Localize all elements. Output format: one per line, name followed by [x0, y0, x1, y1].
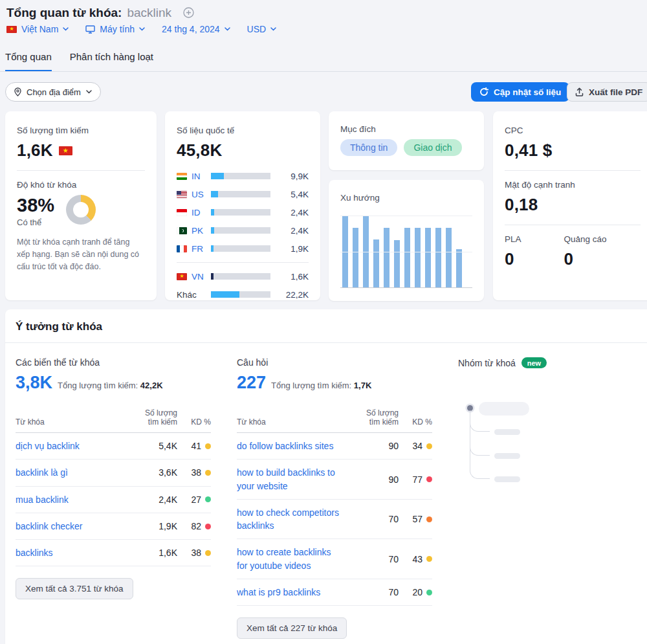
kd-cell: 27 — [177, 494, 211, 505]
keyword-link[interactable]: mua backlink — [16, 493, 145, 506]
density-value: 0,18 — [505, 195, 641, 215]
kd-dot — [205, 496, 211, 502]
keyword-link[interactable]: do follow backlinks sites — [237, 439, 345, 452]
kd-cell: 57 — [399, 514, 432, 524]
questions-title: Câu hỏi — [237, 357, 432, 368]
country-row: US 5,4K — [177, 185, 309, 203]
table-row: what is pr9 backlinks 70 20 — [237, 579, 432, 606]
kd-dot — [205, 524, 211, 529]
density-title: Mật độ cạnh tranh — [505, 180, 641, 190]
country-code-link[interactable]: ID — [192, 208, 206, 217]
indonesia-flag-icon — [177, 209, 187, 216]
keyword-overview-page: Tổng quan từ khóa: backlink Việt Nam Máy… — [0, 0, 647, 644]
keyword-link[interactable]: how to create backlinks for youtube vide… — [237, 546, 345, 572]
pla-title: PLA — [505, 234, 521, 244]
tab-bulk-analysis[interactable]: Phân tích hàng loạt — [70, 51, 153, 72]
currency-filter[interactable]: USD — [247, 24, 277, 34]
view-all-questions-button[interactable]: Xem tất cả 227 từ khóa — [237, 617, 347, 639]
keyword-ideas-card: Ý tưởng từ khóa Các biến thể từ khóa 3,8… — [5, 309, 647, 644]
country-code-link[interactable]: IN — [192, 172, 206, 181]
choose-location-button[interactable]: Chọn địa điểm — [5, 82, 101, 102]
tab-overview[interactable]: Tổng quan — [5, 51, 52, 72]
country-code-link[interactable]: VN — [192, 272, 206, 282]
keyword-link[interactable]: backlink là gì — [16, 466, 145, 479]
pakistan-flag-icon — [177, 227, 187, 234]
trend-bar — [456, 249, 462, 287]
view-all-variations-button[interactable]: Xem tất cả 3.751 từ khóa — [16, 578, 133, 599]
page-title: Tổng quan từ khóa: backlink — [6, 4, 194, 22]
kd-cell: 82 — [177, 521, 211, 531]
volume-value: 70 — [366, 587, 399, 597]
difficulty-title: Độ khó từ khóa — [17, 180, 145, 190]
chevron-down-icon — [86, 90, 92, 94]
vietnam-flag-icon — [59, 146, 72, 155]
ads-title: Quảng cáo — [564, 234, 607, 244]
kd-cell: 43 — [399, 554, 432, 564]
variations-count: 3,8K — [16, 373, 52, 393]
export-pdf-button[interactable]: Xuất file PDF — [567, 82, 647, 102]
choose-location-label: Chọn địa điểm — [27, 87, 81, 97]
kd-dot — [426, 556, 432, 562]
questions-table-header: Từ khóa Số lượng tìm kiếm KD % — [237, 408, 432, 433]
keyword-link[interactable]: backlink checker — [16, 520, 145, 533]
keyword-link[interactable]: what is pr9 backlinks — [237, 586, 345, 599]
difficulty-description: Một từ khóa cạnh tranh để tăng xếp hạng.… — [17, 236, 145, 272]
questions-count: 227 — [237, 373, 266, 393]
column-header-volume: Số lượng tìm kiếm — [145, 408, 177, 427]
questions-total: Tổng lượng tìm kiếm: 1,7K — [271, 381, 371, 390]
country-filter[interactable]: Việt Nam — [6, 24, 69, 34]
other-label: Khác — [177, 290, 206, 300]
country-code-link[interactable]: FR — [192, 244, 206, 254]
volume-value: 70 — [366, 514, 399, 524]
country-volume: 1,6K — [280, 272, 309, 282]
keyword-groups-title: Nhóm từ khoá — [458, 358, 516, 368]
table-row: how to check competitors backlinks 70 57 — [237, 500, 432, 540]
country-row: IN 9,9K — [177, 167, 309, 185]
add-keyword-icon[interactable] — [183, 7, 194, 18]
keyword-link[interactable]: dịch vụ backlink — [16, 439, 145, 452]
volume-value: 2,4K — [145, 494, 177, 505]
table-row: how to build backlinks to your website 9… — [237, 460, 432, 500]
variations-table-header: Từ khóa Số lượng tìm kiếm KD % — [16, 408, 211, 433]
country-volume: 5,4K — [280, 190, 309, 199]
filter-bar: Việt Nam Máy tính 24 thg 4, 2024 USD — [6, 24, 276, 34]
country-bar — [211, 245, 270, 252]
search-volume-value: 1,6K — [17, 140, 53, 161]
keyword-link[interactable]: how to build backlinks to your website — [237, 466, 345, 493]
column-header-keyword: Từ khóa — [237, 417, 366, 427]
country-bar — [211, 273, 270, 280]
kd-cell: 41 — [177, 441, 211, 451]
table-row: do follow backlinks sites 90 34 — [237, 433, 432, 460]
kd-dot — [426, 590, 432, 595]
trend-bar — [446, 228, 452, 287]
tree-connector — [470, 410, 490, 479]
page-title-keyword: backlink — [127, 4, 178, 22]
monitor-icon — [85, 25, 95, 34]
keyword-link[interactable]: how to check competitors backlinks — [237, 506, 345, 533]
trend-bar — [394, 240, 400, 287]
divider — [17, 170, 145, 171]
country-bar — [211, 291, 270, 298]
divider — [505, 225, 641, 225]
kd-dot — [205, 470, 211, 476]
table-row: backlink là gì 3,6K 38 — [16, 460, 211, 486]
volume-value: 90 — [366, 441, 399, 451]
volume-value: 70 — [366, 554, 399, 564]
kd-dot — [426, 516, 432, 522]
device-filter[interactable]: Máy tính — [85, 24, 145, 34]
cpc-card: CPC 0,41 $ Mật độ cạnh tranh 0,18 PLA 0 … — [493, 111, 647, 300]
column-header-keyword: Từ khóa — [16, 417, 145, 427]
vietnam-flag-icon — [6, 26, 17, 33]
keyword-link[interactable]: backlinks — [16, 546, 145, 559]
pla-value: 0 — [505, 249, 521, 269]
country-row: FR 1,9K — [177, 239, 309, 258]
tab-bar-divider — [0, 71, 647, 72]
date-filter[interactable]: 24 thg 4, 2024 — [162, 24, 230, 34]
country-code-link[interactable]: US — [192, 190, 206, 199]
table-row: how to create backlinks for youtube vide… — [237, 539, 432, 579]
trend-bar — [404, 228, 410, 287]
chevron-down-icon — [225, 27, 230, 31]
update-data-button[interactable]: Cập nhật số liệu — [471, 82, 569, 102]
divider — [177, 262, 309, 263]
country-code-link[interactable]: PK — [192, 226, 206, 236]
